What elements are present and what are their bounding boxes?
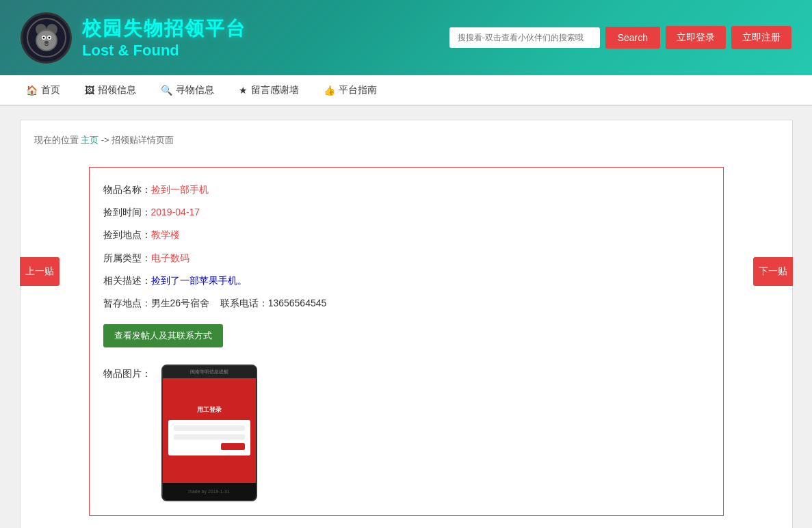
svg-point-8 xyxy=(48,37,50,39)
svg-point-4 xyxy=(37,31,56,50)
site-title-en-part2: Found xyxy=(129,42,179,59)
name-label: 物品名称： xyxy=(103,184,151,195)
phone-top-bar: 闽南等明信息提醒 xyxy=(163,366,256,378)
phone-footer-text: made by 2019-1-31 xyxy=(188,489,230,494)
svg-point-7 xyxy=(42,37,44,39)
logo-text: 校园失物招领平台 Lost & Found xyxy=(82,16,246,60)
site-title-en-amp: & xyxy=(118,42,129,59)
prev-post-button[interactable]: 上一贴 xyxy=(20,257,60,286)
phone-field-2 xyxy=(174,434,245,440)
field-storage-contact: 暂存地点：男生26号宿舍 联系电话：13656564545 xyxy=(103,295,709,312)
star-icon: ★ xyxy=(239,85,248,96)
nav-bar: 🏠 首页 🖼 招领信息 🔍 寻物信息 ★ 留言感谢墙 👍 平台指南 xyxy=(0,75,812,106)
image-label: 物品图片： xyxy=(103,365,151,380)
next-post-button[interactable]: 下一贴 xyxy=(753,257,793,286)
item-detail-box: 物品名称：捡到一部手机 捡到时间：2019-04-17 捡到地点：教学楼 所属类… xyxy=(89,167,724,516)
header: 校园失物招领平台 Lost & Found Search 立即登录 立即注册 xyxy=(0,0,812,75)
field-place: 捡到地点：教学楼 xyxy=(103,226,709,243)
svg-point-9 xyxy=(44,41,49,44)
main-content: 现在的位置 主页 -> 招领贴详情页面 上一贴 下一贴 物品名称：捡到一部手机 … xyxy=(20,120,793,528)
phone-form xyxy=(168,420,250,456)
view-poster-button[interactable]: 查看发帖人及其联系方式 xyxy=(103,324,223,347)
field-time: 捡到时间：2019-04-17 xyxy=(103,204,709,221)
temp-storage: 暂存地点：男生26号宿舍 xyxy=(103,298,210,308)
name-value: 捡到一部手机 xyxy=(151,184,209,195)
nav-label-lost: 寻物信息 xyxy=(176,84,214,96)
search-input[interactable] xyxy=(449,27,600,48)
time-value: 2019-04-17 xyxy=(151,207,200,217)
item-image: 闽南等明信息提醒 用工登录 made by 2019-1-31 xyxy=(161,365,257,501)
desc-label: 相关描述： xyxy=(103,275,151,286)
time-label: 捡到时间： xyxy=(103,207,151,217)
header-right: Search 立即登录 立即注册 xyxy=(449,26,791,49)
contact: 联系电话：13656564545 xyxy=(220,298,327,308)
nav-label-found: 招领信息 xyxy=(98,84,136,96)
site-title-en: Lost & Found xyxy=(82,42,246,60)
category-label: 所属类型： xyxy=(103,252,151,263)
nav-item-lost[interactable]: 🔍 寻物信息 xyxy=(148,76,226,105)
phone-submit-btn xyxy=(221,443,245,450)
phone-title: 用工登录 xyxy=(197,406,222,414)
nav-item-thanks[interactable]: ★ 留言感谢墙 xyxy=(226,76,311,105)
nav-item-found[interactable]: 🖼 招领信息 xyxy=(73,76,148,105)
breadcrumb-separator: -> xyxy=(101,135,109,145)
breadcrumb-current: 招领贴详情页面 xyxy=(112,135,174,145)
site-title-cn: 校园失物招领平台 xyxy=(82,16,246,42)
breadcrumb-prefix: 现在的位置 xyxy=(34,135,81,145)
search-nav-icon: 🔍 xyxy=(161,85,172,96)
item-image-row: 物品图片： 闽南等明信息提醒 用工登录 made by 2019-1-31 xyxy=(103,365,709,501)
field-category: 所属类型：电子数码 xyxy=(103,250,709,267)
found-icon: 🖼 xyxy=(85,85,94,96)
breadcrumb-link[interactable]: 主页 xyxy=(81,135,99,145)
logo-icon xyxy=(21,12,72,64)
category-value: 电子数码 xyxy=(151,252,189,263)
place-label: 捡到地点： xyxy=(103,229,151,240)
nav-label-thanks: 留言感谢墙 xyxy=(251,84,299,96)
guide-icon: 👍 xyxy=(324,85,335,96)
phone-bottom: made by 2019-1-31 xyxy=(163,483,256,500)
desc-value: 捡到了一部苹果手机。 xyxy=(151,275,247,286)
nav-label-guide: 平台指南 xyxy=(339,84,377,96)
breadcrumb: 现在的位置 主页 -> 招领贴详情页面 xyxy=(34,134,778,146)
search-button[interactable]: Search xyxy=(605,27,660,49)
login-button[interactable]: 立即登录 xyxy=(666,26,726,49)
phone-body: 用工登录 xyxy=(163,378,256,483)
place-value: 教学楼 xyxy=(151,229,180,240)
nav-label-home: 首页 xyxy=(41,84,60,96)
home-icon: 🏠 xyxy=(26,85,38,96)
register-button[interactable]: 立即注册 xyxy=(731,26,791,49)
logo-area: 校园失物招领平台 Lost & Found xyxy=(21,12,246,64)
field-name: 物品名称：捡到一部手机 xyxy=(103,181,709,198)
nav-item-home[interactable]: 🏠 首页 xyxy=(14,76,73,105)
site-title-en-part1: Lost xyxy=(82,42,118,59)
field-desc: 相关描述：捡到了一部苹果手机。 xyxy=(103,272,709,289)
phone-field-1 xyxy=(174,425,245,431)
nav-item-guide[interactable]: 👍 平台指南 xyxy=(311,76,389,105)
